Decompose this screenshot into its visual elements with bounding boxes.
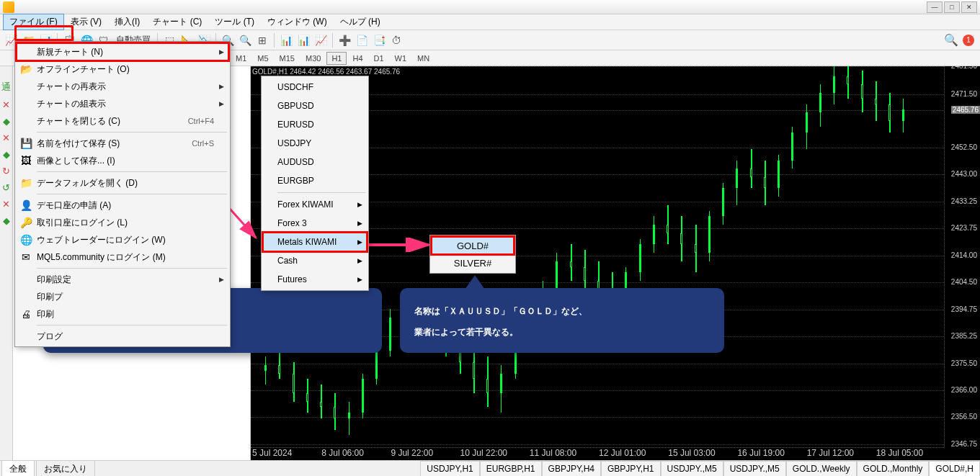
file-menu-item[interactable]: 🖨印刷 xyxy=(17,305,228,323)
submenu-item[interactable]: GBPUSD xyxy=(263,96,367,115)
leftstrip-icon-6[interactable]: ↺ xyxy=(2,182,10,193)
bottom-bar: 全般 お気に入り USDJPY,H1EURGBP,H1GBPJPY,H4GBPJ… xyxy=(0,460,980,476)
submenu-item[interactable]: Cash▶ xyxy=(263,251,367,270)
submenu-item[interactable]: AUDUSD xyxy=(263,153,367,171)
file-menu-item[interactable]: 印刷設定▶ xyxy=(17,271,228,288)
menu-i[interactable]: 挿入(I) xyxy=(108,14,146,30)
submenu-item[interactable]: Forex KIWAMI▶ xyxy=(263,195,367,214)
bar-chart-icon[interactable]: 📊 xyxy=(278,32,294,48)
menu-t[interactable]: ツール (T) xyxy=(208,14,261,30)
timeframe-mn[interactable]: MN xyxy=(412,52,435,65)
line-chart-icon[interactable]: 📈 xyxy=(313,32,329,48)
bottom-tab-general[interactable]: 全般 xyxy=(1,460,35,477)
search-icon[interactable]: 🔍 xyxy=(944,33,958,47)
chart-tab[interactable]: USDJPY.,M5 xyxy=(723,461,786,476)
metals-item[interactable]: SILVER# xyxy=(432,254,514,271)
chart-tab[interactable]: GBPJPY,H4 xyxy=(542,461,601,476)
chart-tab[interactable]: USDJPY.,M5 xyxy=(661,461,723,476)
bottom-tab-favorites[interactable]: お気に入り xyxy=(36,460,95,477)
left-toolstrip: 通✕◆✕◆↻↺✕◆ xyxy=(0,66,13,460)
chart-tab[interactable]: USDJPY,H1 xyxy=(420,461,479,476)
file-menu-item[interactable]: 🖼画像として保存... (I) xyxy=(17,152,228,169)
leftstrip-icon-7[interactable]: ✕ xyxy=(2,199,10,210)
chart-tab[interactable]: GOLD#,H xyxy=(929,461,980,476)
submenu-item[interactable]: Forex 3▶ xyxy=(263,214,367,233)
chart-tab[interactable]: GOLD.,Monthly xyxy=(857,461,930,476)
submenu-item[interactable]: EURGBP xyxy=(263,171,367,190)
file-menu-item[interactable]: 新規チャート (N)▶ xyxy=(17,43,228,60)
submenu-item[interactable]: USDJPY xyxy=(263,134,367,153)
file-menu-item[interactable]: チャートの組表示▶ xyxy=(17,95,228,112)
submenu-item[interactable]: USDCHF xyxy=(263,78,367,96)
menu-bar: ファイル (F)表示 (V)挿入(I)チャート (C)ツール (T)ウィンドウ … xyxy=(0,14,980,30)
maximize-button[interactable]: □ xyxy=(944,1,960,13)
timeframe-w1[interactable]: W1 xyxy=(390,52,412,65)
file-menu-item[interactable]: 📂オフラインチャート (O) xyxy=(17,60,228,78)
file-menu-item[interactable]: チャートを閉じる (C)Ctrl+F4 xyxy=(17,112,228,130)
chart-tab[interactable]: EURGBP,H1 xyxy=(480,461,542,476)
candle-chart-icon[interactable]: 📊 xyxy=(295,32,311,48)
leftstrip-icon-4[interactable]: ◆ xyxy=(3,149,10,160)
app-logo-icon xyxy=(3,1,14,13)
callout-gold: 名称は「ＸＡＵＵＳＤ」「ＧＯＬＤ」など、 業者によって若干異なる。 xyxy=(400,288,724,353)
menu-w[interactable]: ウィンドウ (W) xyxy=(261,14,334,30)
file-menu-item[interactable]: 💾名前を付けて保存 (S)Ctrl+S xyxy=(17,135,228,152)
file-menu-item[interactable]: ✉MQL5.community にログイン (M) xyxy=(17,248,228,266)
menu-f[interactable]: ファイル (F) xyxy=(3,14,64,30)
chart-tab[interactable]: GOLD.,Weekly xyxy=(786,461,857,476)
file-menu-item[interactable]: 📁データフォルダを開く (D) xyxy=(17,174,228,192)
minimize-button[interactable]: — xyxy=(927,1,943,13)
file-menu-item[interactable]: 🔑取引口座にログイン (L) xyxy=(17,214,228,231)
metals-submenu: GOLD#SILVER# xyxy=(429,235,516,274)
timeframe-h4[interactable]: H4 xyxy=(347,52,368,65)
new-chart-submenu: USDCHFGBPUSDEURUSDUSDJPYAUDUSDEURGBPFore… xyxy=(261,76,369,291)
leftstrip-icon-2[interactable]: ◆ xyxy=(3,116,10,127)
file-menu-item[interactable]: 👤デモ口座の申請 (A) xyxy=(17,197,228,214)
submenu-item[interactable]: Futures▶ xyxy=(263,270,367,289)
timeframe-h1[interactable]: H1 xyxy=(326,52,347,65)
submenu-item[interactable]: Metals KIWAMI▶ xyxy=(263,233,367,251)
leftstrip-icon-0[interactable]: 通 xyxy=(1,81,11,94)
file-menu-item[interactable]: チャートの再表示▶ xyxy=(17,78,228,95)
leftstrip-icon-3[interactable]: ✕ xyxy=(2,133,10,143)
tile-icon[interactable]: ⊞ xyxy=(254,32,270,48)
auto-scroll-icon[interactable]: 📄 xyxy=(354,32,370,48)
time-axis: 5 Jul 20248 Jul 06:009 Jul 22:0010 Jul 2… xyxy=(251,447,944,460)
periods-icon[interactable]: ⏱ xyxy=(388,32,404,48)
leftstrip-icon-1[interactable]: ✕ xyxy=(2,99,10,110)
file-menu-dropdown: 新規チャート (N)▶📂オフラインチャート (O)チャートの再表示▶チャートの組… xyxy=(14,41,231,347)
shift-icon[interactable]: ➕ xyxy=(337,32,352,48)
menu-v[interactable]: 表示 (V) xyxy=(64,14,108,30)
timeframe-d1[interactable]: D1 xyxy=(369,52,389,65)
file-menu-item[interactable]: プログ xyxy=(17,328,228,345)
zoom-out-icon[interactable]: 🔍 xyxy=(237,32,253,48)
timeframe-m15[interactable]: M15 xyxy=(275,52,300,65)
timeframe-m1[interactable]: M1 xyxy=(231,52,251,65)
timeframe-m30[interactable]: M30 xyxy=(300,52,326,65)
notification-badge[interactable]: 1 xyxy=(963,35,974,46)
leftstrip-icon-5[interactable]: ↻ xyxy=(2,166,10,176)
file-menu-item[interactable]: 印刷プ xyxy=(17,288,228,305)
metals-item[interactable]: GOLD# xyxy=(432,237,514,254)
title-bar: — □ ✕ xyxy=(0,0,980,14)
chart-title: GOLD#,H1 2464.42 2466.56 2463.67 2465.76 xyxy=(252,68,400,76)
callout-gold-text: 名称は「ＸＡＵＵＳＤ」「ＧＯＬＤ」など、 業者によって若干異なる。 xyxy=(414,306,587,337)
indicators-icon[interactable]: 📑 xyxy=(371,32,387,48)
submenu-item[interactable]: EURUSD xyxy=(263,115,367,134)
timeframe-m5[interactable]: M5 xyxy=(252,52,273,65)
file-menu-item[interactable]: 🌐ウェブトレーダーにログイン (W) xyxy=(17,231,228,248)
menu-h[interactable]: ヘルプ (H) xyxy=(334,14,387,30)
leftstrip-icon-8[interactable]: ◆ xyxy=(3,215,10,226)
close-button[interactable]: ✕ xyxy=(961,1,977,13)
chart-tab[interactable]: GBPJPY,H1 xyxy=(601,461,660,476)
menu-c[interactable]: チャート (C) xyxy=(146,14,208,30)
price-axis: 2481.502471.502465.762452.502443.002433.… xyxy=(944,66,980,447)
